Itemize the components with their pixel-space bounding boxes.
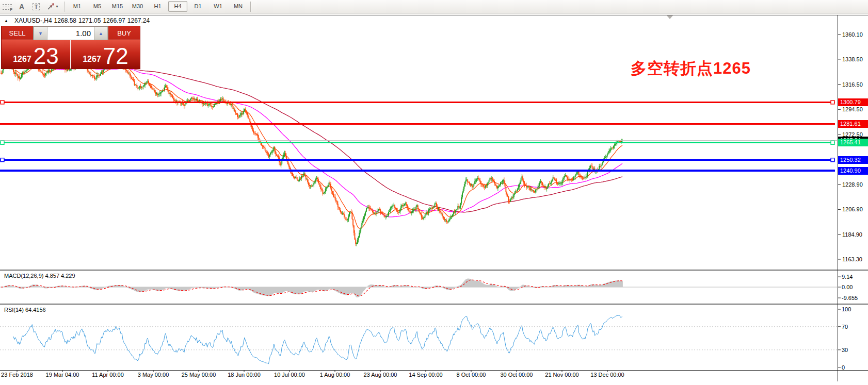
sell-quote-pips: 23 bbox=[34, 45, 59, 67]
chart-annotation-text: 多空转折点1265 bbox=[631, 58, 751, 79]
time-tick-label: 23 Aug 00:00 bbox=[364, 372, 397, 378]
time-tick-label: 10 Jul 00:00 bbox=[274, 372, 305, 378]
price-tick-label: 1360.10 bbox=[842, 31, 863, 38]
price-level-tag: 1240.90 bbox=[838, 167, 868, 175]
price-tick-label: 1294.50 bbox=[842, 106, 863, 112]
ohlc-open: 1268.58 bbox=[54, 17, 76, 24]
price-tick-label: 1316.50 bbox=[842, 81, 863, 88]
buy-quote[interactable]: 1267 72 bbox=[71, 40, 140, 69]
rsi-indicator-label: RSI(14) 64.4156 bbox=[4, 307, 46, 313]
volume-control: ▼ ▲ bbox=[33, 26, 108, 40]
price-tick-label: 1163.30 bbox=[842, 256, 862, 262]
time-tick-label: 3 May 00:00 bbox=[138, 372, 169, 378]
buy-quote-pips: 72 bbox=[103, 45, 128, 67]
chart-header: ▲XAUUSD-,H41268.581271.051266.971267.24 bbox=[4, 17, 152, 24]
time-tick-label: 30 Oct 00:00 bbox=[501, 372, 533, 378]
one-click-trading-panel: SELL ▼ ▲ BUY 1267 23 1267 72 bbox=[1, 26, 140, 69]
volume-input[interactable] bbox=[47, 27, 94, 40]
sell-quote[interactable]: 1267 23 bbox=[2, 40, 71, 69]
time-tick-label: 23 Feb 2018 bbox=[1, 372, 33, 378]
macd-axis-label: -9.655 bbox=[842, 295, 858, 301]
price-tick-label: 1206.90 bbox=[842, 206, 863, 212]
rsi-axis-label: 0 bbox=[842, 364, 845, 371]
time-tick-label: 19 Mar 04:00 bbox=[46, 372, 79, 378]
time-tick-label: 21 Nov 00:00 bbox=[545, 372, 578, 378]
sell-button[interactable]: SELL bbox=[2, 26, 33, 40]
sell-quote-base: 1267 bbox=[13, 52, 31, 67]
rsi-axis-label: 100 bbox=[842, 306, 851, 312]
time-tick-label: 11 Apr 00:00 bbox=[92, 372, 124, 378]
macd-indicator-label: MACD(12,26,9) 4.857 4.229 bbox=[4, 273, 75, 279]
time-tick-label: 1 Aug 00:00 bbox=[320, 372, 350, 378]
rsi-axis-label: 70 bbox=[842, 324, 848, 330]
macd-axis-label: 0.00 bbox=[842, 284, 853, 290]
symbol-period-label: XAUUSD-,H4 bbox=[14, 17, 52, 24]
time-tick-label: 14 Sep 00:00 bbox=[409, 372, 442, 378]
price-tick-label: 1184.90 bbox=[842, 231, 862, 238]
ohlc-high: 1271.05 bbox=[78, 17, 101, 24]
price-level-tag: 1250.32 bbox=[838, 156, 868, 164]
volume-decrease-button[interactable]: ▼ bbox=[34, 27, 47, 40]
ohlc-low: 1266.97 bbox=[103, 17, 125, 24]
price-tick-label: 1338.50 bbox=[842, 56, 863, 62]
rsi-axis-label: 30 bbox=[842, 347, 848, 353]
ohlc-close: 1267.24 bbox=[127, 17, 150, 24]
macd-axis-label: 9.14 bbox=[842, 274, 853, 280]
chart-collapse-icon[interactable]: ▲ bbox=[4, 19, 8, 23]
price-level-tag: 1300.79 bbox=[838, 98, 868, 106]
time-tick-label: 25 May 00:00 bbox=[182, 372, 216, 378]
price-level-tag: 1281.61 bbox=[838, 120, 868, 128]
buy-quote-base: 1267 bbox=[83, 52, 101, 67]
price-tick-label: 1228.90 bbox=[842, 181, 863, 188]
price-level-tag: 1265.41 bbox=[838, 139, 868, 146]
time-tick-label: 18 Jun 00:00 bbox=[228, 372, 261, 378]
time-tick-label: 13 Dec 00:00 bbox=[590, 372, 624, 378]
volume-increase-button[interactable]: ▲ bbox=[94, 27, 108, 40]
buy-button[interactable]: BUY bbox=[108, 26, 140, 40]
time-tick-label: 8 Oct 00:00 bbox=[457, 372, 486, 378]
